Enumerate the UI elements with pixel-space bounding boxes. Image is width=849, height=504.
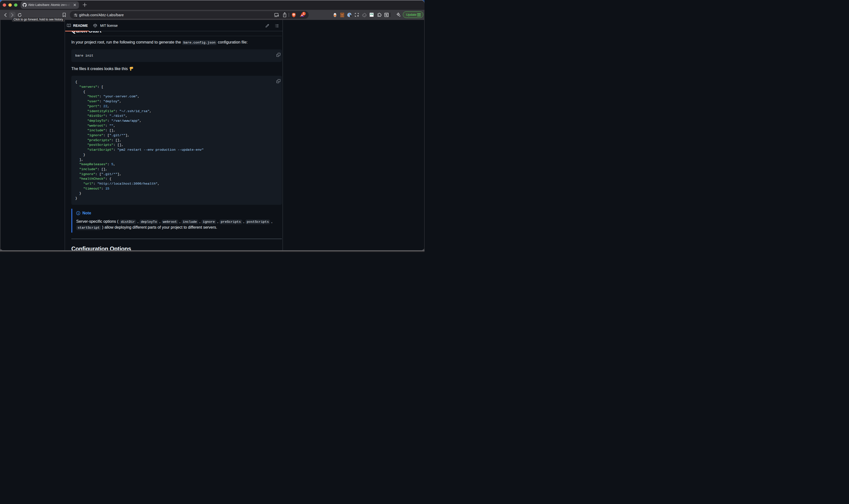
svg-text:v7: v7 [372,15,373,16]
svg-text:v6: v6 [370,15,371,16]
